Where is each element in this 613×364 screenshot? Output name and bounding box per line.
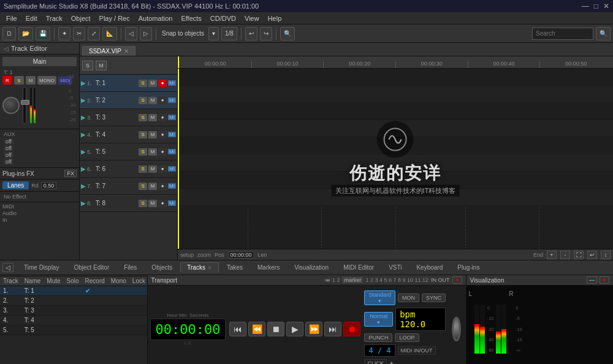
btn-fwd[interactable]: ⏩ <box>305 322 322 336</box>
tab-plug-ins[interactable]: Plug-ins <box>451 262 486 273</box>
track-notrec-4[interactable]: ● <box>158 148 167 156</box>
tab-files[interactable]: Files <box>117 262 143 273</box>
track-solo-7[interactable]: S <box>139 183 147 190</box>
menu-item-object[interactable]: Object <box>67 13 94 23</box>
track-solo-6[interactable]: S <box>139 165 147 173</box>
mode-standard[interactable]: Standard ▾ <box>364 290 395 305</box>
toolbar-mode2[interactable]: ✂ <box>73 27 85 40</box>
track-solo-3[interactable]: S <box>139 114 147 121</box>
mode-normal[interactable]: Normal ▾ <box>364 312 393 327</box>
tab-objects[interactable]: Objects <box>145 262 179 273</box>
viz-minimize[interactable]: — <box>587 276 597 284</box>
snap-toggle[interactable]: ▾ <box>208 27 219 40</box>
track-notrec-2[interactable]: ● <box>158 114 167 121</box>
menu-item-track[interactable]: Track <box>42 13 66 23</box>
tab-object-editor[interactable]: Object Editor <box>67 262 116 273</box>
track-arrow-5[interactable]: ▶ <box>81 148 86 155</box>
tab-midi-editor[interactable]: MIDI Editor <box>337 262 381 273</box>
track-arrow-7[interactable]: ▶ <box>81 183 86 189</box>
btn-rewind[interactable]: ⏮ <box>229 322 246 336</box>
tabs-collapse[interactable]: ◁ <box>2 263 13 272</box>
track-solo-1[interactable]: S <box>139 80 147 87</box>
toolbar-open[interactable]: 📂 <box>18 27 33 40</box>
btn-sync[interactable]: SYNC <box>422 294 446 302</box>
tab-vsti[interactable]: VSTi <box>382 262 408 273</box>
track-arrow-2[interactable]: ▶ <box>81 97 86 104</box>
track-mute-2[interactable]: M <box>148 97 157 104</box>
track-notrec-6[interactable]: ● <box>158 183 167 190</box>
plugins-add[interactable]: FX <box>64 170 77 177</box>
tl-btn-1[interactable]: S <box>82 61 93 70</box>
tab-tracks[interactable]: Tracks✕ <box>180 262 219 273</box>
search-input[interactable] <box>532 28 593 40</box>
zoom-in[interactable]: + <box>547 251 557 259</box>
track-solo-8[interactable]: S <box>139 200 147 207</box>
menu-item-play---rec[interactable]: Play / Rec <box>96 13 134 23</box>
track-arrow-8[interactable]: ▶ <box>81 200 86 207</box>
track-rec-0[interactable]: ● <box>158 80 167 87</box>
track-notrec-5[interactable]: ● <box>158 165 167 173</box>
record-button[interactable]: R <box>2 76 12 85</box>
toolbar-new[interactable]: 🗋 <box>2 27 16 40</box>
track-mute-8[interactable]: M <box>148 200 157 207</box>
track-arrow-4[interactable]: ▶ <box>81 131 86 138</box>
toolbar-mode4[interactable]: 📐 <box>102 27 117 40</box>
btn-mon[interactable]: MON <box>398 294 419 302</box>
track-lanes[interactable]: 伤逝的安详 关注互联网与机器软件技术的IT科技博客 <box>178 69 613 249</box>
track-mute-6[interactable]: M <box>148 165 157 173</box>
btn-prev[interactable]: ⏪ <box>248 322 265 336</box>
undo-button[interactable]: ↩ <box>245 27 257 40</box>
btn-play[interactable]: ▶ <box>286 322 303 336</box>
collapse-icon[interactable]: ◁ <box>4 45 9 52</box>
mute-button[interactable]: M <box>26 76 36 85</box>
btn-end[interactable]: ⏭ <box>324 322 341 336</box>
viz-close[interactable]: ✕ <box>600 276 609 284</box>
marker-label[interactable]: marker <box>342 277 363 283</box>
master-volume-knob[interactable] <box>452 317 460 341</box>
btn-loop[interactable]: LOOP <box>395 333 419 342</box>
toolbar-nav-prev[interactable]: ◁ <box>125 27 137 40</box>
tab-visualization[interactable]: Visualization <box>287 262 335 273</box>
mono-button[interactable]: MONO <box>37 76 56 85</box>
tl-btn-2[interactable]: M <box>96 61 107 70</box>
tab-keyboard[interactable]: Keyboard <box>409 262 449 273</box>
btn-stop[interactable]: ⏹ <box>267 322 284 336</box>
search-button[interactable]: 🔍 <box>596 27 611 40</box>
menu-item-file[interactable]: File <box>2 13 21 23</box>
track-arrow-6[interactable]: ▶ <box>81 165 86 172</box>
tab-time-display[interactable]: Time Display <box>17 262 66 273</box>
track-notrec-3[interactable]: ● <box>158 131 167 138</box>
tab-takes[interactable]: Takes <box>220 262 249 273</box>
pan-knob[interactable] <box>2 97 20 114</box>
btn-punch[interactable]: PUNCH <box>364 333 392 342</box>
file-tab-close[interactable]: ✕ <box>124 48 129 55</box>
arrange-btn-2[interactable]: ↩ <box>587 251 597 259</box>
menu-item-help[interactable]: Help <box>264 13 286 23</box>
tab-close-tracks[interactable]: ✕ <box>207 265 212 271</box>
track-mute-5[interactable]: M <box>148 148 157 156</box>
menu-item-automation[interactable]: Automation <box>135 13 177 23</box>
toolbar-mode3[interactable]: ⤢ <box>88 27 100 40</box>
playhead[interactable] <box>178 56 179 68</box>
track-mute-4[interactable]: M <box>148 131 157 138</box>
maximize-button[interactable]: □ <box>594 2 598 10</box>
file-tab-ssdax[interactable]: SSDAX.VIP ✕ <box>82 46 135 56</box>
menu-item-cd-dvd[interactable]: CD/DVD <box>207 13 240 23</box>
track-arrow-1[interactable]: ▶ <box>81 80 86 86</box>
toolbar-mode1[interactable]: ✦ <box>58 27 70 40</box>
arrange-btn-3[interactable]: ↕ <box>601 251 611 259</box>
lanes-button[interactable]: Lanes <box>2 181 29 189</box>
close-transport[interactable]: ✕ <box>452 276 462 284</box>
menu-item-effects[interactable]: Effects <box>177 13 205 23</box>
tab-markers[interactable]: Markers <box>251 262 286 273</box>
fader-thumb[interactable] <box>21 100 29 105</box>
track-solo-2[interactable]: S <box>139 97 147 104</box>
track-solo-4[interactable]: S <box>139 131 147 138</box>
volume-fader[interactable] <box>23 87 26 124</box>
zoom-button[interactable]: 🔍 <box>280 27 295 40</box>
redo-button[interactable]: ↪ <box>260 27 272 40</box>
track-notrec-7[interactable]: ● <box>158 200 167 207</box>
arrange-btn-1[interactable]: ⛶ <box>574 251 584 259</box>
track-mute-7[interactable]: M <box>148 183 157 190</box>
toolbar-save[interactable]: 💾 <box>36 27 50 40</box>
